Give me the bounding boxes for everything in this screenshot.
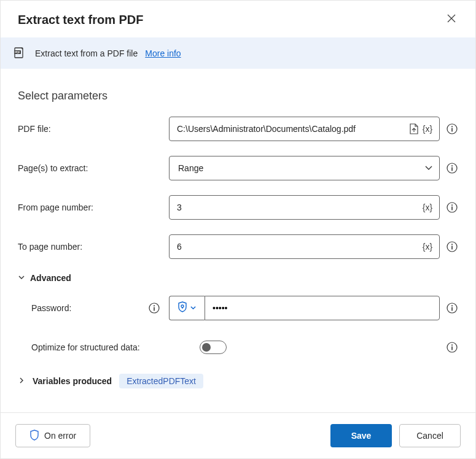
pages-to-extract-value: Range [178,163,203,173]
variables-produced-label: Variables produced [33,376,112,386]
file-picker-icon[interactable] [407,122,421,136]
to-page-label: To page number: [18,242,169,252]
chevron-down-icon [18,273,25,283]
to-page-input[interactable]: 6 {x} [169,234,440,259]
toggle-knob [202,343,211,352]
pdf-icon: PDF [14,46,28,60]
advanced-toggle[interactable]: Advanced [18,273,458,283]
svg-rect-11 [451,207,453,210]
svg-point-4 [451,126,453,127]
chevron-right-icon [18,376,25,387]
from-page-value: 3 [177,202,421,212]
info-icon[interactable] [446,302,458,314]
info-icon[interactable] [148,302,160,314]
variable-token-button[interactable]: {x} [421,122,434,136]
cancel-button[interactable]: Cancel [399,424,461,447]
chevron-down-icon [190,303,197,314]
svg-rect-21 [451,307,453,311]
info-icon[interactable] [446,341,458,353]
svg-point-7 [451,165,453,166]
svg-point-16 [154,305,155,306]
more-info-link[interactable]: More info [145,48,181,58]
pdf-file-label: PDF file: [18,124,169,134]
banner-text: Extract text from a PDF file [35,48,138,58]
pages-to-extract-label: Page(s) to extract: [18,163,169,173]
section-title: Select parameters [18,90,458,102]
svg-text:PDF: PDF [15,51,20,54]
password-mode-dropdown[interactable] [169,296,205,320]
from-page-label: From page number: [18,202,169,212]
optimize-label: Optimize for structured data: [18,342,200,352]
svg-point-13 [451,244,453,245]
shield-outline-icon [29,430,39,442]
pdf-file-input[interactable]: C:\Users\Administrator\Documents\Catalog… [169,117,440,141]
svg-point-18 [181,305,184,307]
dialog-title: Extract text from PDF [18,13,144,27]
svg-rect-17 [154,307,155,311]
optimize-toggle[interactable] [200,341,227,354]
variables-produced-toggle[interactable]: Variables produced ExtractedPDFText [18,374,458,388]
svg-point-20 [451,305,453,306]
info-icon[interactable] [446,123,458,135]
on-error-label: On error [44,431,76,441]
on-error-button[interactable]: On error [15,424,90,447]
variable-token-button[interactable]: {x} [421,240,434,253]
svg-rect-5 [451,128,453,132]
close-icon [447,14,456,23]
pdf-file-value: C:\Users\Administrator\Documents\Catalog… [177,124,407,134]
advanced-label: Advanced [30,273,71,283]
close-button[interactable] [445,12,458,28]
password-input[interactable] [205,296,440,320]
save-button[interactable]: Save [330,424,392,447]
svg-rect-14 [451,246,453,250]
variable-token-button[interactable]: {x} [421,201,434,214]
info-icon[interactable] [446,201,458,214]
svg-rect-24 [451,347,453,350]
to-page-value: 6 [177,242,421,252]
info-banner: PDF Extract text from a PDF file More in… [1,37,475,69]
info-icon[interactable] [446,162,458,174]
shield-icon [178,301,187,315]
svg-rect-8 [451,168,453,171]
svg-point-10 [451,204,453,206]
from-page-input[interactable]: 3 {x} [169,195,440,220]
svg-point-23 [451,344,453,345]
variable-pill[interactable]: ExtractedPDFText [119,374,203,388]
info-icon[interactable] [446,241,458,253]
password-label: Password: [31,303,71,313]
pages-to-extract-select[interactable]: Range [169,156,440,180]
chevron-down-icon [424,163,433,174]
